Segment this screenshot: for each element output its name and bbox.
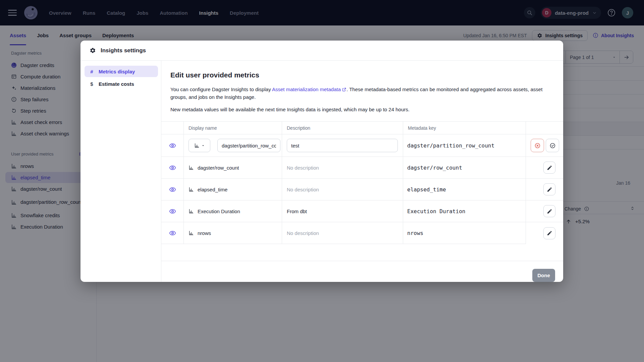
metadata-key-cell: dagster/partition_row_count — [403, 134, 526, 157]
dialog-heading: Edit user provided metrics — [170, 71, 554, 79]
display-name-column-header: Display name — [184, 121, 282, 134]
metadata-key-cell: dagster/row_count — [403, 157, 526, 179]
bar-chart-icon — [189, 187, 194, 192]
pencil-icon — [547, 230, 552, 236]
pencil-icon — [547, 165, 552, 171]
bar-chart-icon — [194, 143, 200, 148]
pencil-icon — [547, 187, 552, 192]
edit-metric-button[interactable] — [543, 205, 555, 217]
table-row: dagster/row_count No description dagster… — [161, 157, 563, 179]
visibility-cell — [161, 157, 184, 179]
dialog-intro-2: New metadata values will be available th… — [170, 106, 553, 113]
bar-chart-icon — [189, 208, 194, 214]
insights-settings-dialog: Insights settings # Metrics display $ Es… — [80, 41, 563, 282]
visibility-cell — [161, 222, 184, 244]
actions-cell — [526, 200, 563, 222]
eye-icon[interactable] — [169, 164, 176, 171]
dialog-nav-metrics-display[interactable]: # Metrics display — [85, 66, 158, 77]
metadata-key-cell: elapsed_time — [403, 179, 526, 200]
edit-metric-button[interactable] — [543, 162, 555, 174]
description-input[interactable] — [287, 139, 398, 152]
dialog-footer: Done — [161, 261, 563, 282]
edit-metric-button[interactable] — [543, 183, 555, 195]
display-name-cell: Execution Duration — [184, 200, 282, 222]
visibility-cell — [161, 179, 184, 200]
description-column-header: Description — [282, 121, 403, 134]
eye-icon[interactable] — [169, 230, 176, 237]
display-name-cell: elapsed_time — [184, 179, 282, 200]
display-name-cell: dagster/row_count — [184, 157, 282, 179]
description-cell — [282, 134, 403, 157]
metadata-key-column-header: Metadata key — [403, 121, 526, 134]
description-cell: No description — [282, 179, 403, 200]
eye-icon[interactable] — [169, 142, 176, 149]
dialog-title: Insights settings — [101, 47, 146, 54]
circle-x-icon — [534, 142, 541, 149]
confirm-edit-button[interactable] — [546, 139, 559, 152]
dialog-intro: You can configure Dagster Insights to di… — [170, 85, 553, 101]
metadata-key-cell: nrows — [403, 222, 526, 244]
dialog-header: Insights settings — [80, 41, 563, 61]
visibility-column-header — [161, 121, 184, 134]
eye-icon[interactable] — [169, 208, 176, 215]
done-button[interactable]: Done — [532, 269, 555, 282]
gear-icon — [90, 47, 96, 54]
metric-display-name: dagster/row_count — [198, 165, 239, 171]
caret-down-icon — [201, 144, 205, 147]
hash-icon: # — [89, 69, 94, 74]
eye-icon[interactable] — [169, 186, 176, 193]
dialog-nav-estimate-costs[interactable]: $ Estimate costs — [85, 78, 158, 89]
circle-check-icon — [549, 142, 556, 149]
actions-cell — [526, 157, 563, 179]
table-row: nrows No description nrows — [161, 222, 563, 244]
bar-chart-icon — [189, 165, 194, 170]
app-window: Overview Runs Catalog Jobs Automation In… — [0, 0, 644, 362]
metric-display-name: nrows — [198, 230, 211, 236]
visibility-cell — [161, 200, 184, 222]
description-cell: From dbt — [282, 200, 403, 222]
external-link-icon — [342, 87, 346, 92]
asset-materialization-metadata-link[interactable]: Asset materialization metadata — [272, 86, 341, 92]
display-name-cell: nrows — [184, 222, 282, 244]
pencil-icon — [547, 208, 552, 214]
table-header-row: Display name Description Metadata key — [161, 121, 563, 134]
actions-cell — [526, 222, 563, 244]
user-metrics-table: Display name Description Metadata key — [161, 121, 563, 244]
dollar-icon: $ — [89, 81, 94, 87]
actions-cell — [526, 179, 563, 200]
dialog-content: Edit user provided metrics You can confi… — [161, 61, 563, 282]
cancel-edit-button[interactable] — [531, 139, 544, 152]
description-cell: No description — [282, 222, 403, 244]
edit-metric-button[interactable] — [543, 227, 555, 239]
chart-type-dropdown[interactable] — [189, 139, 210, 152]
visibility-cell — [161, 134, 184, 157]
metric-display-name: elapsed_time — [198, 187, 227, 192]
table-row: elapsed_time No description elapsed_time — [161, 179, 563, 200]
actions-column-header — [526, 121, 563, 134]
bar-chart-icon — [189, 230, 194, 236]
table-row: Execution Duration From dbt Execution Du… — [161, 200, 563, 222]
dialog-nav-label: Metrics display — [99, 69, 135, 74]
dialog-nav-label: Estimate costs — [99, 81, 134, 87]
metadata-key-cell: Execution Duration — [403, 200, 526, 222]
actions-cell — [526, 134, 563, 157]
display-name-input[interactable] — [217, 139, 280, 152]
dialog-nav: # Metrics display $ Estimate costs — [80, 61, 161, 282]
metric-display-name: Execution Duration — [198, 208, 240, 214]
description-cell: No description — [282, 157, 403, 179]
display-name-cell — [184, 134, 282, 157]
table-row-editing: dagster/partition_row_count — [161, 134, 563, 157]
